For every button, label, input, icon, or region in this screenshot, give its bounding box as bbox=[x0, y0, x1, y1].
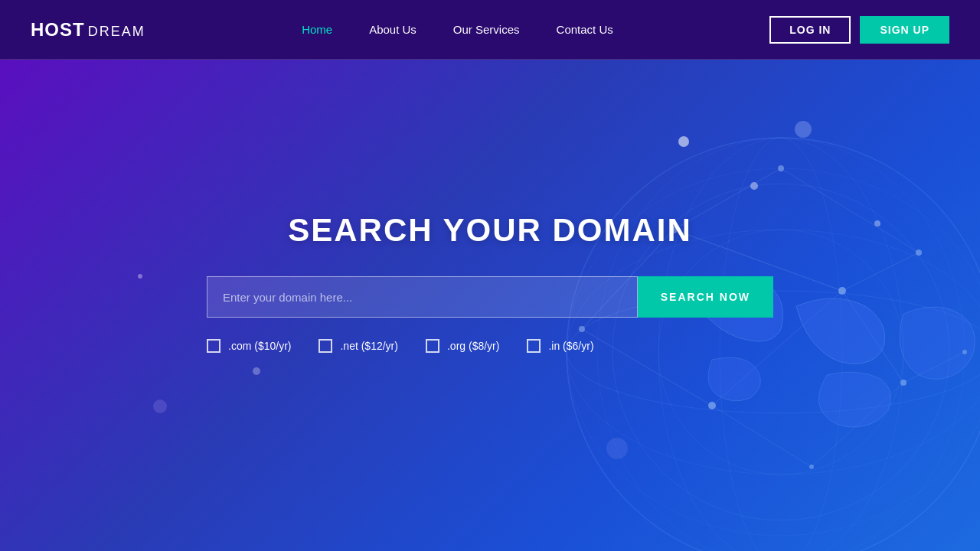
tld-org-label: .org ($8/yr) bbox=[447, 340, 499, 352]
svg-point-25 bbox=[900, 380, 906, 386]
tld-in-label: .in ($6/yr) bbox=[548, 340, 593, 352]
nav-buttons: LOG IN SIGN UP bbox=[769, 16, 949, 44]
hero-content: SEARCH YOUR DOMAIN SEARCH NOW .com ($10/… bbox=[0, 212, 980, 353]
signup-button[interactable]: SIGN UP bbox=[860, 16, 949, 44]
tld-checkbox-row: .com ($10/yr) .net ($12/yr) .org ($8/yr)… bbox=[207, 339, 773, 353]
navbar: HOST DREAM Home About Us Our Services Co… bbox=[0, 0, 980, 60]
decorative-dot bbox=[606, 438, 628, 459]
nav-item-about[interactable]: About Us bbox=[369, 23, 416, 37]
decorative-dot bbox=[678, 136, 689, 147]
svg-point-24 bbox=[708, 402, 716, 409]
tld-org-checkbox[interactable] bbox=[426, 339, 439, 353]
decorative-dot bbox=[153, 399, 167, 413]
nav-link-about[interactable]: About Us bbox=[369, 23, 416, 36]
logo: HOST DREAM bbox=[31, 19, 145, 41]
decorative-dot bbox=[795, 121, 812, 138]
tld-net-checkbox[interactable] bbox=[318, 339, 332, 353]
tld-com-checkbox[interactable] bbox=[207, 339, 220, 353]
svg-point-27 bbox=[778, 165, 784, 171]
nav-item-contact[interactable]: Contact Us bbox=[557, 23, 613, 37]
nav-link-contact[interactable]: Contact Us bbox=[557, 23, 613, 36]
nav-item-services[interactable]: Our Services bbox=[453, 23, 520, 37]
tld-net-item[interactable]: .net ($12/yr) bbox=[318, 339, 397, 353]
tld-net-label: .net ($12/yr) bbox=[340, 340, 397, 352]
nav-item-home[interactable]: Home bbox=[302, 23, 332, 37]
svg-line-16 bbox=[712, 406, 812, 467]
search-row: SEARCH NOW bbox=[207, 276, 773, 318]
svg-point-26 bbox=[809, 465, 814, 469]
nav-menu: Home About Us Our Services Contact Us bbox=[302, 23, 613, 37]
nav-link-services[interactable]: Our Services bbox=[453, 23, 520, 36]
hero-title: SEARCH YOUR DOMAIN bbox=[288, 212, 692, 249]
hero-section: SEARCH YOUR DOMAIN SEARCH NOW .com ($10/… bbox=[0, 60, 980, 551]
decorative-dot bbox=[253, 367, 260, 375]
tld-com-label: .com ($10/yr) bbox=[228, 340, 291, 352]
tld-com-item[interactable]: .com ($10/yr) bbox=[207, 339, 291, 353]
tld-org-item[interactable]: .org ($8/yr) bbox=[426, 339, 499, 353]
search-button[interactable]: SEARCH NOW bbox=[638, 276, 773, 318]
domain-search-input[interactable] bbox=[207, 276, 638, 318]
logo-dream: DREAM bbox=[88, 24, 145, 40]
tld-in-item[interactable]: .in ($6/yr) bbox=[527, 339, 593, 353]
nav-link-home[interactable]: Home bbox=[302, 23, 332, 36]
tld-in-checkbox[interactable] bbox=[527, 339, 541, 353]
decorative-dot bbox=[750, 182, 758, 190]
login-button[interactable]: LOG IN bbox=[769, 16, 851, 44]
logo-host: HOST bbox=[31, 19, 85, 41]
